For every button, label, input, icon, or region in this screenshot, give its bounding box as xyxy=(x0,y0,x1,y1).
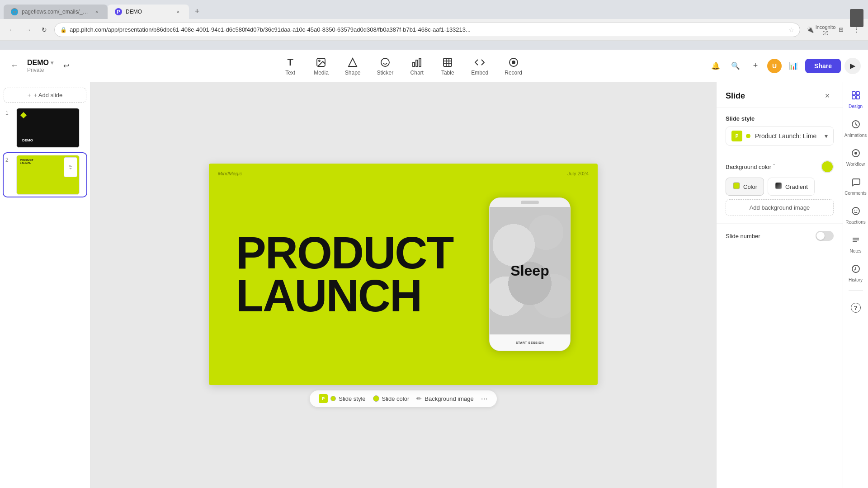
tab-close-1[interactable]: × xyxy=(93,8,100,15)
presentation-title[interactable]: DEMO ▾ xyxy=(27,59,53,67)
add-slide-button[interactable]: + + Add slide xyxy=(4,88,86,103)
sidebar-reactions-button[interactable]: Reactions xyxy=(846,202,866,229)
new-tab-button[interactable]: + xyxy=(191,5,203,18)
sidebar-animations-button[interactable]: Animations xyxy=(846,115,866,142)
tool-shape[interactable]: Shape xyxy=(338,53,368,79)
svg-rect-6 xyxy=(413,62,415,66)
add-button[interactable]: + xyxy=(747,58,764,74)
url-lock-icon: 🔒 xyxy=(60,27,67,33)
notifications-button[interactable]: 🔔 xyxy=(708,58,724,74)
bg-color-swatch[interactable] xyxy=(821,160,834,173)
tool-text[interactable]: T Text xyxy=(276,53,305,79)
panel-header: Slide × xyxy=(717,82,843,108)
record-icon xyxy=(507,56,520,69)
shape-label: Shape xyxy=(345,70,361,76)
forward-button[interactable]: → xyxy=(22,23,34,36)
bg-color-section: Background color ˇ Color xyxy=(717,153,843,224)
bg-color-info-icon: ˇ xyxy=(773,164,775,170)
tab-label-1: pageflows.com/_emails/_7fb5... xyxy=(22,9,90,15)
svg-rect-7 xyxy=(416,60,418,66)
sidebar-design-button[interactable]: Design xyxy=(846,86,866,113)
bottom-color-label: Slide color xyxy=(382,395,410,402)
chart-icon xyxy=(410,56,423,69)
color-option-solid[interactable]: Color xyxy=(726,178,764,196)
phone-top-bar xyxy=(490,198,570,207)
bottom-bg-image-item[interactable]: ✏ Background image xyxy=(416,395,473,402)
color-gradient-icon xyxy=(774,182,783,192)
main-text-block: PRODUCTLAUNCH xyxy=(236,231,453,317)
search-button[interactable]: 🔍 xyxy=(727,58,744,74)
svg-rect-16 xyxy=(733,183,740,189)
browser-tab-1[interactable]: 🌐 pageflows.com/_emails/_7fb5... × xyxy=(4,5,108,19)
style-badge-icon: P xyxy=(319,394,328,403)
add-bg-image-button[interactable]: Add background image xyxy=(726,199,834,216)
style-selector[interactable]: P Product Launch: Lime ▾ xyxy=(726,127,834,145)
history-label: History xyxy=(849,277,863,282)
reload-button[interactable]: ↻ xyxy=(38,23,51,36)
undo-button[interactable]: ↩ xyxy=(59,59,73,73)
browser-tab-2[interactable]: P DEMO × xyxy=(108,5,189,19)
url-bar[interactable]: 🔒 app.pitch.com/app/presentation/b86dbc6… xyxy=(54,23,800,37)
tool-media[interactable]: Media xyxy=(307,53,336,79)
extensions-button[interactable]: 🔌 xyxy=(804,23,816,36)
slide-thumbnail-2: PRODUCTLAUNCH Sleep xyxy=(16,155,80,195)
play-button[interactable]: ▶ xyxy=(844,58,861,74)
svg-rect-8 xyxy=(419,58,421,66)
tool-sticker[interactable]: Sticker xyxy=(370,53,401,79)
slide-number-section: Slide number xyxy=(717,224,843,248)
slide-item-2[interactable]: 2 PRODUCTLAUNCH Sleep xyxy=(4,153,86,197)
slide-style-section-title: Slide style xyxy=(726,115,834,122)
slide-number-toggle[interactable] xyxy=(816,231,834,241)
presentation-subtitle: Private xyxy=(27,67,53,73)
share-button[interactable]: Share xyxy=(805,59,841,73)
slide-thumbnail-1: DEMO xyxy=(16,108,80,148)
back-button[interactable]: ← xyxy=(5,23,18,36)
sidebar-comments-button[interactable]: Comments xyxy=(846,173,866,200)
tool-record[interactable]: Record xyxy=(497,53,529,79)
chart-label: Chart xyxy=(410,70,424,76)
sidebar-help-button[interactable]: ? xyxy=(846,294,866,321)
dropdown-arrow-icon: ▾ xyxy=(825,132,828,140)
url-star-icon: ☆ xyxy=(788,26,794,33)
text-label: Text xyxy=(285,70,295,76)
bg-color-label: Background color ˇ xyxy=(726,164,775,170)
tool-chart[interactable]: Chart xyxy=(402,53,431,79)
slide-settings-panel: Slide × Slide style P Product Launch: Li… xyxy=(716,82,843,488)
bookmark-button[interactable]: ⊞ xyxy=(835,23,847,36)
slide-item-1[interactable]: 1 DEMO xyxy=(4,106,86,150)
tool-table[interactable]: Table xyxy=(433,53,462,79)
bottom-style-label: Slide style xyxy=(339,395,365,402)
color-option-gradient[interactable]: Gradient xyxy=(768,178,815,196)
bottom-bg-label: Background image xyxy=(425,395,473,402)
panel-title: Slide xyxy=(726,91,745,101)
tab-icon-2: P xyxy=(115,8,122,15)
slide-canvas[interactable]: MindMagic July 2024 PRODUCTLAUNCH Sleep xyxy=(209,164,598,385)
panel-close-button[interactable]: × xyxy=(821,89,834,102)
back-nav-button[interactable]: ← xyxy=(7,59,22,73)
sidebar-history-button[interactable]: History xyxy=(846,259,866,286)
profile-button[interactable]: Incognito (2) xyxy=(819,23,832,36)
more-options-button[interactable]: ··· xyxy=(481,394,488,404)
bottom-color-item[interactable]: Slide color xyxy=(373,395,410,402)
shape-icon xyxy=(346,56,359,69)
user-avatar[interactable]: U xyxy=(767,59,782,73)
add-slide-label: + Add slide xyxy=(33,92,62,99)
sidebar-divider xyxy=(849,290,863,291)
phone-text: Sleep xyxy=(510,263,549,278)
text-icon: T xyxy=(284,56,297,69)
tool-embed[interactable]: Embed xyxy=(464,53,495,79)
pencil-icon: ✏ xyxy=(416,395,422,402)
tab-close-2[interactable]: × xyxy=(175,8,182,15)
comments-label: Comments xyxy=(844,191,866,196)
svg-marker-2 xyxy=(349,58,357,66)
sidebar-workflow-button[interactable]: Workflow xyxy=(846,144,866,171)
notes-icon xyxy=(851,235,861,247)
analytics-button[interactable]: 📊 xyxy=(785,58,802,74)
sidebar-notes-button[interactable]: Notes xyxy=(846,230,866,258)
animations-icon xyxy=(851,119,861,131)
svg-point-27 xyxy=(856,210,857,211)
reactions-label: Reactions xyxy=(845,220,865,225)
bottom-style-item[interactable]: P Slide style xyxy=(319,394,365,403)
history-icon xyxy=(851,264,861,276)
svg-point-25 xyxy=(852,207,859,215)
